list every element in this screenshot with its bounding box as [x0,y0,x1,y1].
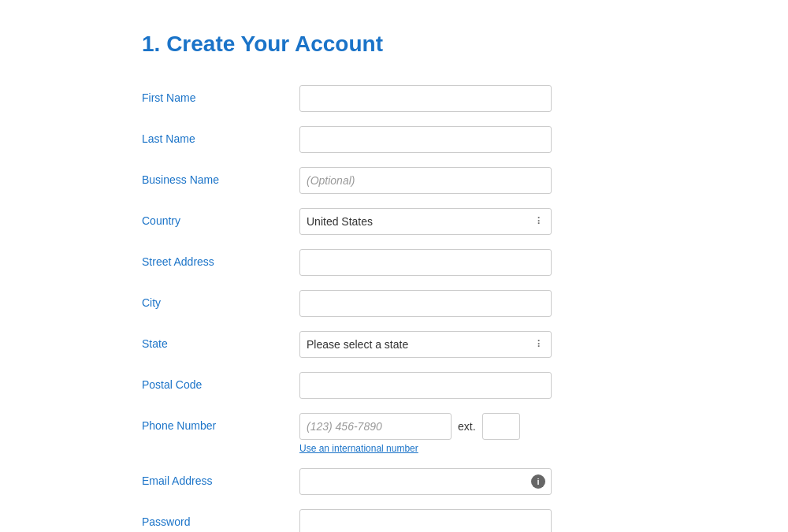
postal-code-input[interactable] [299,372,552,399]
street-address-label: Street Address [142,249,299,268]
first-name-field [299,85,552,112]
business-name-label: Business Name [142,167,299,186]
phone-number-field-group: ext. Use an international number [299,413,520,454]
first-name-label: First Name [142,85,299,104]
last-name-row: Last Name [142,126,709,153]
password-input[interactable] [299,509,552,532]
last-name-field [299,126,552,153]
state-row: State Please select a state Alabama Alas… [142,331,709,358]
password-field: Please enter a password [299,509,552,532]
city-input[interactable] [299,290,552,317]
email-address-label: Email Address [142,468,299,487]
street-address-field [299,249,552,276]
country-label: Country [142,208,299,227]
country-select[interactable]: United States Canada Mexico United Kingd… [299,208,552,235]
phone-input-wrapper [299,413,452,440]
state-select-wrapper: Please select a state Alabama Alaska Ari… [299,331,552,358]
city-field [299,290,552,317]
postal-code-label: Postal Code [142,372,299,391]
business-name-row: Business Name [142,167,709,194]
account-form: First Name Last Name Business Name Count… [142,85,709,532]
state-select[interactable]: Please select a state Alabama Alaska Ari… [299,331,552,358]
phone-number-label: Phone Number [142,413,299,432]
state-field: Please select a state Alabama Alaska Ari… [299,331,552,358]
page-title: 1. Create Your Account [142,32,709,57]
city-label: City [142,290,299,309]
phone-number-row: Phone Number ext. Use an international n… [142,413,709,454]
business-name-input[interactable] [299,167,552,194]
first-name-row: First Name [142,85,709,112]
country-field: United States Canada Mexico United Kingd… [299,208,552,235]
street-address-input[interactable] [299,249,552,276]
email-address-input[interactable] [299,468,552,495]
first-name-input[interactable] [299,85,552,112]
business-name-field [299,167,552,194]
email-info-icon[interactable]: i [531,474,545,489]
ext-label: ext. [458,420,476,433]
street-address-row: Street Address [142,249,709,276]
password-label: Password [142,509,299,528]
phone-input-row: ext. [299,413,520,440]
international-number-link[interactable]: Use an international number [299,443,520,454]
ext-input[interactable] [482,413,520,440]
country-select-wrapper: United States Canada Mexico United Kingd… [299,208,552,235]
country-row: Country United States Canada Mexico Unit… [142,208,709,235]
email-address-row: Email Address i [142,468,709,495]
postal-code-field [299,372,552,399]
phone-number-input[interactable] [299,413,452,440]
last-name-input[interactable] [299,126,552,153]
password-row: Password Please enter a password [142,509,709,532]
state-label: State [142,331,299,350]
email-input-wrapper: i [299,468,552,495]
city-row: City [142,290,709,317]
last-name-label: Last Name [142,126,299,145]
email-address-field: i [299,468,552,495]
postal-code-row: Postal Code [142,372,709,399]
page-container: 1. Create Your Account First Name Last N… [0,0,709,532]
